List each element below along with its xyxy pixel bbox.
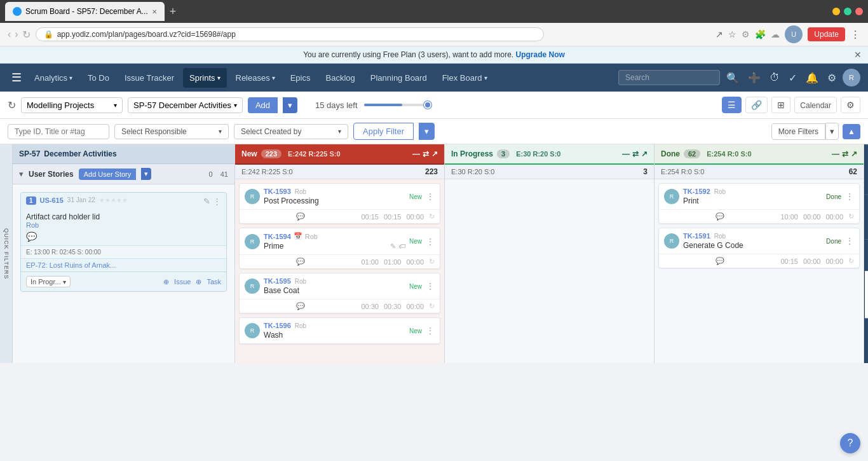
upgrade-link[interactable]: Upgrade Now (516, 50, 565, 59)
project-selector[interactable]: Modelling Projects ▾ (21, 97, 123, 113)
menu-dots-icon[interactable]: ⋮ (850, 29, 860, 41)
us-collapse-icon[interactable]: ▾ (19, 169, 24, 179)
us-id-link[interactable]: US-615 (40, 196, 64, 204)
done-expand-icon[interactable]: ↗ (851, 149, 857, 158)
timer-icon-tk1594[interactable]: ↻ (429, 258, 435, 266)
card-menu-tk1591[interactable]: ⋮ (845, 236, 854, 246)
card-menu-tk1593[interactable]: ⋮ (426, 191, 435, 202)
extension-icon[interactable]: ⚙ (742, 29, 750, 39)
done-move-icon[interactable]: ⇄ (842, 149, 848, 158)
card-menu-tk1594[interactable]: ⋮ (426, 237, 435, 247)
timer-icon[interactable]: ⏱ (767, 69, 782, 86)
update-button[interactable]: Update (808, 27, 845, 41)
user-avatar-nav[interactable]: R (843, 69, 860, 86)
ip-minus-icon[interactable]: — (622, 149, 630, 158)
add-icon[interactable]: ➕ (745, 69, 763, 86)
nav-backlog[interactable]: Backlog (320, 68, 362, 88)
task-label[interactable]: Task (207, 278, 221, 286)
card-id-tk1596[interactable]: TK-1596 (264, 322, 291, 329)
close-button[interactable] (855, 8, 863, 15)
browser-tab[interactable]: Scrum Board - SP57: December A... ✕ (5, 2, 165, 21)
us-author[interactable]: Rob (26, 221, 221, 229)
filter-button[interactable]: ⊞ (771, 97, 790, 113)
tag-icon-tk1594[interactable]: 🏷 (398, 242, 405, 250)
nav-epics[interactable]: Epics (284, 68, 317, 88)
gear-settings-button[interactable]: ⚙ (841, 97, 860, 113)
responsible-filter[interactable]: Select Responsible ▾ (114, 124, 229, 139)
us-comment-icon[interactable]: 💬 (26, 231, 221, 242)
refresh-nav-button[interactable]: ↻ (22, 29, 31, 41)
timer-icon-tk1592[interactable]: ↻ (848, 212, 854, 221)
more-filters-button[interactable]: More Filters (771, 123, 825, 140)
card-comment-icon-tk1594[interactable]: 💬 (296, 258, 305, 266)
settings-side-tab[interactable]: SETTINGS (865, 271, 868, 319)
new-col-minus-icon[interactable]: — (412, 149, 420, 158)
add-user-story-button[interactable]: Add User Story (79, 169, 137, 180)
us-edit-icon[interactable]: ✎ (203, 196, 210, 206)
refresh-button[interactable]: ↻ (8, 99, 16, 111)
card-id-tk1593[interactable]: TK-1593 (264, 188, 291, 195)
card-id-tk1592[interactable]: TK-1592 (683, 188, 710, 195)
us-menu-icon[interactable]: ⋮ (213, 196, 221, 206)
nav-planning-board[interactable]: Planning Board (364, 68, 433, 88)
card-comment-icon-tk1592[interactable]: 💬 (715, 212, 724, 221)
card-comment-icon-tk1595[interactable]: 💬 (296, 302, 305, 310)
calendar-icon-tk1594[interactable]: 📅 (294, 232, 302, 240)
card-menu-tk1596[interactable]: ⋮ (426, 326, 435, 336)
new-tab-button[interactable]: + (170, 5, 177, 18)
more-filters-dropdown[interactable]: ▾ (825, 123, 839, 140)
list-view-button[interactable]: ☰ (722, 97, 742, 113)
ip-expand-icon[interactable]: ↗ (641, 149, 648, 158)
timer-icon-tk1593[interactable]: ↻ (429, 212, 435, 221)
timer-icon-tk1591[interactable]: ↻ (848, 257, 854, 265)
nav-sprints[interactable]: Sprints ▾ (183, 68, 226, 88)
nav-issue-tracker[interactable]: Issue Tracker (118, 68, 180, 88)
apply-filter-dropdown[interactable]: ▾ (419, 123, 435, 140)
collapse-button[interactable]: ▲ (843, 124, 860, 139)
card-id-tk1595[interactable]: TK-1595 (264, 277, 291, 285)
card-menu-tk1595[interactable]: ⋮ (426, 281, 435, 291)
card-menu-tk1592[interactable]: ⋮ (845, 191, 854, 202)
calendar-button[interactable]: Calendar (794, 97, 837, 113)
nav-analytics[interactable]: Analytics ▾ (28, 68, 79, 88)
created-by-filter[interactable]: Select Created by ▾ (234, 124, 348, 139)
maximize-button[interactable] (844, 8, 851, 15)
nav-flex-board[interactable]: Flex Board ▾ (436, 68, 494, 88)
user-avatar-browser[interactable]: U (785, 25, 803, 43)
checkmark-icon[interactable]: ✓ (786, 69, 799, 86)
cloud-icon[interactable]: ☁ (771, 29, 780, 39)
timer-icon-tk1595[interactable]: ↻ (429, 302, 435, 310)
search-icon[interactable]: 🔍 (724, 69, 742, 86)
quick-filters-panel[interactable]: QUICK FILTERS (0, 144, 13, 363)
add-task-icon[interactable]: ⊕ (196, 278, 201, 286)
add-user-story-dropdown[interactable]: ▾ (141, 168, 151, 180)
card-id-tk1591[interactable]: TK-1591 (683, 232, 710, 240)
puzzle-icon[interactable]: 🧩 (755, 29, 766, 39)
new-col-move-icon[interactable]: ⇄ (423, 149, 429, 158)
activity-side-tab[interactable]: ACTIVITY (865, 195, 868, 239)
edit-icon-tk1594[interactable]: ✎ (390, 242, 396, 251)
bookmark-icon[interactable]: ☆ (728, 29, 736, 39)
hamburger-menu[interactable]: ☰ (8, 71, 25, 85)
add-issue-icon[interactable]: ⊕ (163, 278, 169, 286)
link-button[interactable]: 🔗 (745, 97, 768, 113)
nav-releases[interactable]: Releases ▾ (229, 68, 281, 88)
card-comment-icon-tk1593[interactable]: 💬 (296, 212, 305, 221)
analytics-side-tab[interactable]: ANALYTICS (865, 144, 868, 195)
search-filter-input[interactable] (8, 124, 109, 139)
us-epic-link[interactable]: EP-72: Lost Ruins of Arnak... (26, 261, 116, 269)
sprint-selector[interactable]: SP-57 December Activities ▾ (128, 97, 243, 113)
add-button[interactable]: Add (248, 97, 278, 113)
ip-move-icon[interactable]: ⇄ (632, 149, 639, 158)
us-status-selector[interactable]: In Progr... ▾ (26, 276, 71, 287)
apply-filter-button[interactable]: Apply Filter (353, 123, 414, 140)
add-dropdown-button[interactable]: ▾ (283, 97, 297, 113)
share-icon[interactable]: ↗ (715, 29, 723, 39)
bell-icon[interactable]: 🔔 (803, 69, 821, 86)
nav-search-input[interactable] (618, 70, 720, 85)
tab-close-icon[interactable]: ✕ (152, 8, 157, 15)
back-button[interactable]: ‹ (8, 29, 11, 40)
team-side-tab[interactable]: TEAM (865, 239, 868, 271)
settings-icon[interactable]: ⚙ (825, 69, 839, 86)
done-minus-icon[interactable]: — (832, 149, 839, 158)
